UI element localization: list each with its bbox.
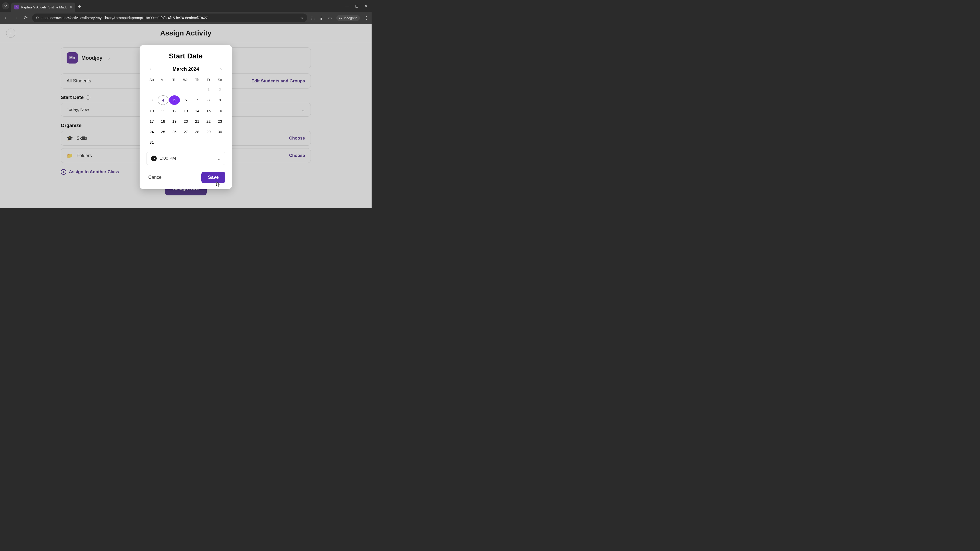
browser-tab[interactable]: S Raphael's Angels, Sistine Mado ×: [11, 3, 75, 12]
calendar-empty-cell: [180, 85, 191, 94]
calendar-empty-cell: [158, 85, 169, 94]
calendar-day[interactable]: 30: [215, 127, 225, 136]
calendar-day[interactable]: 19: [169, 117, 180, 126]
modal-actions: Cancel Save: [146, 171, 225, 183]
calendar-day[interactable]: 16: [215, 106, 225, 115]
calendar-day[interactable]: 12: [169, 106, 180, 115]
calendar-grid: SuMoTuWeThFrSa12345678910111213141516171…: [146, 76, 225, 147]
calendar-day[interactable]: 29: [203, 127, 214, 136]
extensions-icon[interactable]: ⬚: [311, 16, 315, 21]
site-settings-icon[interactable]: ⚙: [36, 16, 39, 20]
modal-overlay[interactable]: Start Date ‹ March 2024 › SuMoTuWeThFrSa…: [0, 24, 372, 208]
forward-button: →: [13, 15, 19, 21]
day-of-week-header: Th: [192, 76, 203, 83]
start-date-modal: Start Date ‹ March 2024 › SuMoTuWeThFrSa…: [140, 45, 232, 189]
downloads-icon[interactable]: ⭳: [319, 16, 323, 20]
back-button[interactable]: ←: [3, 15, 9, 21]
calendar-day[interactable]: 17: [146, 117, 157, 126]
prev-month-button: ‹: [148, 65, 153, 73]
month-label: March 2024: [172, 66, 199, 72]
calendar-day[interactable]: 18: [158, 117, 169, 126]
chevron-down-icon: ⌄: [217, 156, 221, 161]
clock-icon: [151, 156, 157, 161]
calendar-day[interactable]: 20: [180, 117, 191, 126]
reading-list-icon[interactable]: ▭: [328, 16, 332, 21]
calendar-day: 2: [215, 85, 225, 94]
day-of-week-header: Fr: [203, 76, 214, 83]
incognito-icon: 🕶: [339, 16, 342, 20]
calendar-day[interactable]: 22: [203, 117, 214, 126]
time-selector[interactable]: 1:00 PM ⌄: [146, 152, 225, 165]
incognito-label: Incognito: [344, 16, 357, 20]
save-button[interactable]: Save: [201, 171, 225, 183]
day-of-week-header: Sa: [215, 76, 225, 83]
calendar-day[interactable]: 31: [146, 138, 157, 147]
minimize-button[interactable]: —: [345, 4, 349, 8]
new-tab-button[interactable]: +: [78, 4, 81, 10]
maximize-button[interactable]: ▢: [355, 4, 358, 8]
calendar-empty-cell: [146, 85, 157, 94]
modal-title: Start Date: [146, 52, 225, 60]
calendar-day[interactable]: 24: [146, 127, 157, 136]
next-month-button[interactable]: ›: [218, 65, 224, 73]
calendar-day[interactable]: 4: [158, 95, 169, 105]
incognito-indicator[interactable]: 🕶 Incognito: [336, 15, 360, 21]
calendar-empty-cell: [169, 85, 180, 94]
reload-button[interactable]: ⟳: [22, 15, 29, 21]
calendar-day[interactable]: 26: [169, 127, 180, 136]
calendar-day[interactable]: 14: [192, 106, 203, 115]
calendar-day[interactable]: 28: [192, 127, 203, 136]
calendar-day[interactable]: 11: [158, 106, 169, 115]
calendar-day[interactable]: 13: [180, 106, 191, 115]
calendar-empty-cell: [192, 85, 203, 94]
address-bar[interactable]: ⚙ app.seesaw.me/#/activities/library?my_…: [32, 14, 307, 22]
window-controls: — ▢ ✕: [345, 4, 369, 8]
tab-favicon: S: [14, 5, 19, 10]
url-text: app.seesaw.me/#/activities/library?my_li…: [41, 16, 298, 20]
browser-toolbar: ← → ⟳ ⚙ app.seesaw.me/#/activities/libra…: [0, 12, 372, 24]
day-of-week-header: We: [180, 76, 191, 83]
close-window-button[interactable]: ✕: [364, 4, 368, 8]
day-of-week-header: Tu: [169, 76, 180, 83]
calendar-day[interactable]: 8: [203, 95, 214, 105]
calendar-day: 3: [146, 95, 157, 105]
calendar-day: 1: [203, 85, 214, 94]
calendar-day[interactable]: 15: [203, 106, 214, 115]
tab-close-icon[interactable]: ×: [70, 5, 72, 10]
tab-search-button[interactable]: [2, 2, 9, 10]
day-of-week-header: Su: [146, 76, 157, 83]
calendar-day[interactable]: 23: [215, 117, 225, 126]
calendar-day[interactable]: 27: [180, 127, 191, 136]
calendar-day[interactable]: 25: [158, 127, 169, 136]
calendar-day[interactable]: 6: [180, 95, 191, 105]
calendar-day[interactable]: 5: [169, 95, 180, 105]
browser-tab-strip: S Raphael's Angels, Sistine Mado × + — ▢…: [0, 0, 372, 12]
bookmark-star-icon[interactable]: ☆: [300, 16, 304, 21]
browser-menu-icon[interactable]: ⋮: [364, 16, 369, 21]
month-navigation: ‹ March 2024 ›: [146, 65, 225, 73]
cancel-button[interactable]: Cancel: [146, 172, 165, 183]
day-of-week-header: Mo: [158, 76, 169, 83]
calendar-day[interactable]: 21: [192, 117, 203, 126]
time-value: 1:00 PM: [160, 156, 176, 161]
calendar-day[interactable]: 10: [146, 106, 157, 115]
calendar-day[interactable]: 9: [215, 95, 225, 105]
tab-title: Raphael's Angels, Sistine Mado: [21, 5, 68, 9]
calendar-day[interactable]: 7: [192, 95, 203, 105]
